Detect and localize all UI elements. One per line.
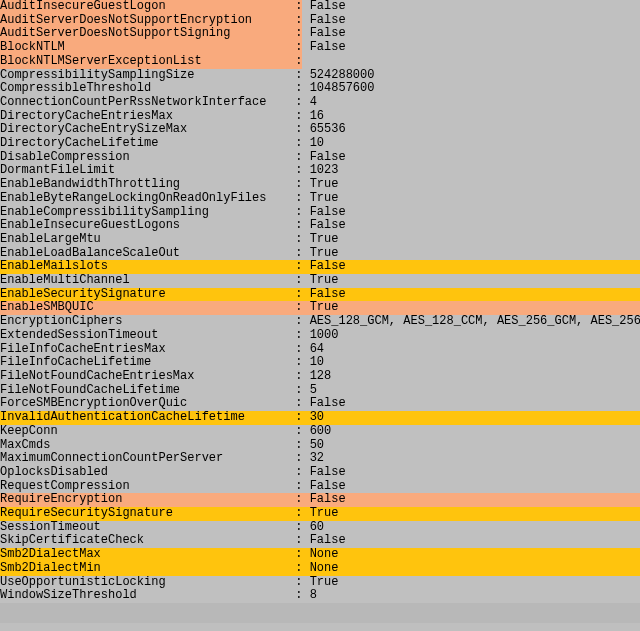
config-key: EnableMultiChannel	[0, 274, 288, 288]
output-footer	[0, 603, 640, 623]
config-row: EnableByteRangeLockingOnReadOnlyFiles : …	[0, 192, 640, 206]
separator: :	[288, 397, 310, 411]
separator: :	[288, 534, 310, 548]
config-key: DirectoryCacheLifetime	[0, 137, 288, 151]
separator: :	[288, 521, 310, 535]
separator: :	[288, 425, 310, 439]
config-value: 64	[310, 343, 324, 357]
config-value	[302, 55, 309, 69]
separator: :	[288, 576, 310, 590]
config-value: 104857600	[310, 82, 375, 96]
config-value: 4	[310, 96, 317, 110]
config-value: False	[310, 534, 346, 548]
config-key: CompressibleThreshold	[0, 82, 288, 96]
separator: :	[288, 452, 310, 466]
separator: :	[288, 137, 310, 151]
config-row: ExtendedSessionTimeout : 1000	[0, 329, 640, 343]
config-row: RequestCompression : False	[0, 480, 640, 494]
config-row: AuditServerDoesNotSupportEncryption : Fa…	[0, 14, 640, 28]
separator: :	[288, 192, 310, 206]
config-value: 128	[310, 370, 332, 384]
separator: :	[288, 384, 310, 398]
config-value: True	[310, 192, 339, 206]
config-key: MaximumConnectionCountPerServer	[0, 452, 288, 466]
config-row: CompressibilitySamplingSize : 524288000	[0, 69, 640, 83]
separator: :	[288, 315, 310, 329]
config-key: EnableByteRangeLockingOnReadOnlyFiles	[0, 192, 288, 206]
separator: :	[288, 439, 310, 453]
config-row-highlight: EnableSMBQUIC : True	[0, 301, 640, 315]
config-row: DirectoryCacheLifetime : 10	[0, 137, 640, 151]
config-key: EnableLoadBalanceScaleOut	[0, 247, 288, 261]
config-row-highlight: RequireSecuritySignature : True	[0, 507, 640, 521]
config-row: MaxCmds : 50	[0, 439, 640, 453]
separator: :	[288, 151, 310, 165]
config-row: EnableLoadBalanceScaleOut : True	[0, 247, 640, 261]
config-row: EnableCompressibilitySampling : False	[0, 206, 640, 220]
config-row: AuditServerDoesNotSupportSigning : False	[0, 27, 640, 41]
config-row: EnableMultiChannel : True	[0, 274, 640, 288]
config-row: FileInfoCacheLifetime : 10	[0, 356, 640, 370]
config-row: MaximumConnectionCountPerServer : 32	[0, 452, 640, 466]
config-row: OplocksDisabled : False	[0, 466, 640, 480]
config-key: AuditInsecureGuestLogon :	[0, 0, 302, 14]
config-key: EncryptionCiphers	[0, 315, 288, 329]
config-value: False	[302, 41, 345, 55]
config-row: DisableCompression : False	[0, 151, 640, 165]
config-row-highlight: RequireEncryption : False	[0, 493, 640, 507]
config-value: 8	[310, 589, 317, 603]
config-key: UseOpportunisticLocking	[0, 576, 288, 590]
separator: :	[288, 480, 310, 494]
config-row: Smb2DialectMax : None	[0, 548, 640, 562]
separator: :	[288, 247, 310, 261]
separator: :	[288, 466, 310, 480]
config-row: DirectoryCacheEntrySizeMax : 65536	[0, 123, 640, 137]
config-key: FileNotFoundCacheEntriesMax	[0, 370, 288, 384]
separator: :	[288, 164, 310, 178]
config-row: CompressibleThreshold : 104857600	[0, 82, 640, 96]
config-value: False	[302, 0, 345, 14]
config-row: EncryptionCiphers : AES_128_GCM, AES_128…	[0, 315, 640, 329]
config-value: False	[310, 151, 346, 165]
separator: :	[288, 343, 310, 357]
powershell-output: AuditInsecureGuestLogon : FalseAuditServ…	[0, 0, 640, 603]
separator: :	[288, 233, 310, 247]
config-row: EnableInsecureGuestLogons : False	[0, 219, 640, 233]
config-key: ExtendedSessionTimeout	[0, 329, 288, 343]
config-row: FileNotFoundCacheEntriesMax : 128	[0, 370, 640, 384]
config-row: Smb2DialectMin : None	[0, 562, 640, 576]
config-value: 10	[310, 356, 324, 370]
config-value: 10	[310, 137, 324, 151]
config-row: EnableMailslots : False	[0, 260, 640, 274]
config-key: AuditServerDoesNotSupportEncryption :	[0, 14, 302, 28]
config-key: EnableCompressibilitySampling	[0, 206, 288, 220]
config-key: DormantFileLimit	[0, 164, 288, 178]
config-key: ConnectionCountPerRssNetworkInterface	[0, 96, 288, 110]
config-row: DirectoryCacheEntriesMax : 16	[0, 110, 640, 124]
config-row: BlockNTLM : False	[0, 41, 640, 55]
config-key: BlockNTLM :	[0, 41, 302, 55]
separator: :	[288, 82, 310, 96]
config-key: MaxCmds	[0, 439, 288, 453]
config-value: 1000	[310, 329, 339, 343]
config-value: 32	[310, 452, 324, 466]
config-key: OplocksDisabled	[0, 466, 288, 480]
config-key: BlockNTLMServerExceptionList :	[0, 55, 302, 69]
config-value: True	[310, 576, 339, 590]
config-row: ConnectionCountPerRssNetworkInterface : …	[0, 96, 640, 110]
config-row: EnableSMBQUIC : True	[0, 301, 640, 315]
config-value: 65536	[310, 123, 346, 137]
config-row-highlight: EnableMailslots : False	[0, 260, 640, 274]
config-value: True	[310, 274, 339, 288]
separator: :	[288, 219, 310, 233]
config-row: DormantFileLimit : 1023	[0, 164, 640, 178]
config-value: False	[310, 466, 346, 480]
config-value: False	[310, 397, 346, 411]
config-row: EnableLargeMtu : True	[0, 233, 640, 247]
config-row: KeepConn : 600	[0, 425, 640, 439]
config-key: DirectoryCacheEntriesMax	[0, 110, 288, 124]
config-row: RequireSecuritySignature : True	[0, 507, 640, 521]
config-row-highlight: Smb2DialectMax : None	[0, 548, 640, 562]
config-row: FileInfoCacheEntriesMax : 64	[0, 343, 640, 357]
config-key: CompressibilitySamplingSize	[0, 69, 288, 83]
